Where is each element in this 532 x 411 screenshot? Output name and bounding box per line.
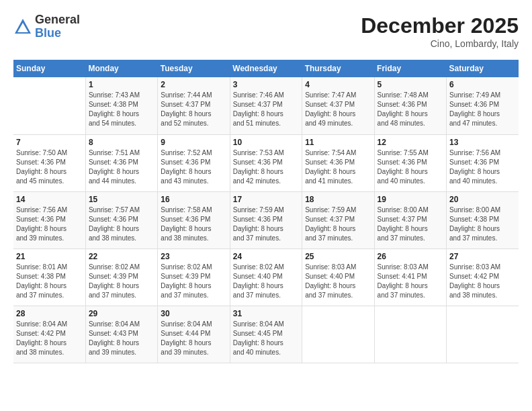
calendar-cell: 6Sunrise: 7:49 AM Sunset: 4:36 PM Daylig… (447, 77, 519, 134)
day-number: 13 (449, 138, 516, 147)
day-info: Sunrise: 7:51 AM Sunset: 4:36 PM Dayligh… (89, 148, 154, 186)
day-info: Sunrise: 7:56 AM Sunset: 4:36 PM Dayligh… (449, 148, 516, 186)
calendar-cell: 14Sunrise: 7:56 AM Sunset: 4:36 PM Dayli… (13, 191, 85, 248)
day-info: Sunrise: 8:02 AM Sunset: 4:39 PM Dayligh… (89, 263, 154, 300)
day-info: Sunrise: 8:03 AM Sunset: 4:41 PM Dayligh… (378, 263, 443, 300)
day-info: Sunrise: 8:02 AM Sunset: 4:39 PM Dayligh… (161, 263, 226, 300)
day-number: 5 (378, 80, 443, 89)
day-number: 12 (378, 138, 443, 147)
header-tuesday: Tuesday (158, 60, 230, 77)
day-number: 15 (89, 195, 154, 204)
day-number: 1 (89, 80, 154, 89)
header-friday: Friday (374, 60, 446, 77)
day-info: Sunrise: 7:59 AM Sunset: 4:37 PM Dayligh… (305, 205, 371, 243)
day-info: Sunrise: 8:04 AM Sunset: 4:45 PM Dayligh… (233, 320, 299, 357)
day-number: 21 (16, 252, 83, 261)
week-row-5: 28Sunrise: 8:04 AM Sunset: 4:42 PM Dayli… (13, 306, 519, 363)
day-info: Sunrise: 7:57 AM Sunset: 4:36 PM Dayligh… (89, 205, 154, 243)
day-number: 17 (233, 195, 299, 204)
day-number: 10 (233, 138, 299, 147)
day-number: 20 (449, 195, 516, 204)
calendar-cell: 17Sunrise: 7:59 AM Sunset: 4:36 PM Dayli… (230, 191, 302, 248)
day-info: Sunrise: 7:47 AM Sunset: 4:37 PM Dayligh… (305, 91, 371, 128)
calendar-cell: 15Sunrise: 7:57 AM Sunset: 4:36 PM Dayli… (85, 191, 157, 248)
calendar-cell (374, 306, 446, 363)
day-number: 30 (161, 309, 226, 318)
day-info: Sunrise: 7:46 AM Sunset: 4:37 PM Dayligh… (233, 91, 299, 128)
day-number: 6 (449, 80, 516, 89)
day-info: Sunrise: 7:49 AM Sunset: 4:36 PM Dayligh… (449, 91, 516, 128)
logo-general: General Blue (35, 13, 80, 40)
calendar-cell: 29Sunrise: 8:04 AM Sunset: 4:43 PM Dayli… (85, 306, 157, 363)
day-number: 22 (89, 252, 154, 261)
calendar-cell: 16Sunrise: 7:58 AM Sunset: 4:36 PM Dayli… (158, 191, 230, 248)
day-info: Sunrise: 7:50 AM Sunset: 4:36 PM Dayligh… (16, 148, 83, 186)
calendar-cell: 22Sunrise: 8:02 AM Sunset: 4:39 PM Dayli… (85, 248, 157, 306)
header-saturday: Saturday (447, 60, 519, 77)
calendar-cell: 18Sunrise: 7:59 AM Sunset: 4:37 PM Dayli… (302, 191, 374, 248)
day-info: Sunrise: 8:04 AM Sunset: 4:42 PM Dayligh… (16, 320, 83, 357)
calendar-cell: 8Sunrise: 7:51 AM Sunset: 4:36 PM Daylig… (85, 134, 157, 191)
day-info: Sunrise: 7:54 AM Sunset: 4:36 PM Dayligh… (305, 148, 371, 186)
calendar-cell: 21Sunrise: 8:01 AM Sunset: 4:38 PM Dayli… (13, 248, 85, 306)
day-info: Sunrise: 8:02 AM Sunset: 4:40 PM Dayligh… (233, 263, 299, 300)
header-sunday: Sunday (13, 60, 85, 77)
day-number: 18 (305, 195, 371, 204)
day-number: 16 (161, 195, 226, 204)
day-info: Sunrise: 7:59 AM Sunset: 4:36 PM Dayligh… (233, 205, 299, 243)
calendar-cell (447, 306, 519, 363)
day-number: 9 (161, 138, 226, 147)
day-number: 7 (16, 138, 83, 147)
calendar-cell: 27Sunrise: 8:03 AM Sunset: 4:42 PM Dayli… (447, 248, 519, 306)
calendar-cell: 23Sunrise: 8:02 AM Sunset: 4:39 PM Dayli… (158, 248, 230, 306)
calendar-cell: 28Sunrise: 8:04 AM Sunset: 4:42 PM Dayli… (13, 306, 85, 363)
day-info: Sunrise: 7:56 AM Sunset: 4:36 PM Dayligh… (16, 205, 83, 243)
week-row-1: 1Sunrise: 7:43 AM Sunset: 4:38 PM Daylig… (13, 77, 519, 134)
calendar-cell: 9Sunrise: 7:52 AM Sunset: 4:36 PM Daylig… (158, 134, 230, 191)
calendar-cell: 2Sunrise: 7:44 AM Sunset: 4:37 PM Daylig… (158, 77, 230, 134)
month-title: December 2025 (361, 13, 519, 38)
calendar-cell: 26Sunrise: 8:03 AM Sunset: 4:41 PM Dayli… (374, 248, 446, 306)
calendar-cell: 5Sunrise: 7:48 AM Sunset: 4:36 PM Daylig… (374, 77, 446, 134)
day-info: Sunrise: 7:55 AM Sunset: 4:36 PM Dayligh… (378, 148, 443, 186)
calendar-cell: 13Sunrise: 7:56 AM Sunset: 4:36 PM Dayli… (447, 134, 519, 191)
logo-icon (13, 17, 32, 36)
week-row-2: 7Sunrise: 7:50 AM Sunset: 4:36 PM Daylig… (13, 134, 519, 191)
day-info: Sunrise: 8:00 AM Sunset: 4:38 PM Dayligh… (449, 205, 516, 243)
calendar-cell: 25Sunrise: 8:03 AM Sunset: 4:40 PM Dayli… (302, 248, 374, 306)
location: Cino, Lombardy, Italy (361, 38, 519, 49)
calendar-header: Sunday Monday Tuesday Wednesday Thursday… (13, 60, 519, 77)
day-info: Sunrise: 8:01 AM Sunset: 4:38 PM Dayligh… (16, 263, 83, 300)
page-header: General Blue December 2025 Cino, Lombard… (13, 13, 519, 49)
calendar-cell: 12Sunrise: 7:55 AM Sunset: 4:36 PM Dayli… (374, 134, 446, 191)
calendar-cell: 20Sunrise: 8:00 AM Sunset: 4:38 PM Dayli… (447, 191, 519, 248)
day-number: 4 (305, 80, 371, 89)
day-number: 23 (161, 252, 226, 261)
day-number: 19 (378, 195, 443, 204)
day-info: Sunrise: 7:52 AM Sunset: 4:36 PM Dayligh… (161, 148, 226, 186)
day-info: Sunrise: 8:03 AM Sunset: 4:42 PM Dayligh… (449, 263, 516, 300)
title-area: December 2025 Cino, Lombardy, Italy (361, 13, 519, 49)
day-number: 25 (305, 252, 371, 261)
day-info: Sunrise: 7:53 AM Sunset: 4:36 PM Dayligh… (233, 148, 299, 186)
calendar-cell: 31Sunrise: 8:04 AM Sunset: 4:45 PM Dayli… (230, 306, 302, 363)
calendar-cell: 11Sunrise: 7:54 AM Sunset: 4:36 PM Dayli… (302, 134, 374, 191)
day-number: 2 (161, 80, 226, 89)
day-number: 8 (89, 138, 154, 147)
day-number: 28 (16, 309, 83, 318)
calendar-cell: 7Sunrise: 7:50 AM Sunset: 4:36 PM Daylig… (13, 134, 85, 191)
header-thursday: Thursday (302, 60, 374, 77)
day-number: 29 (89, 309, 154, 318)
day-info: Sunrise: 7:58 AM Sunset: 4:36 PM Dayligh… (161, 205, 226, 243)
day-number: 14 (16, 195, 83, 204)
calendar-body: 1Sunrise: 7:43 AM Sunset: 4:38 PM Daylig… (13, 77, 519, 363)
header-wednesday: Wednesday (230, 60, 302, 77)
calendar-cell (302, 306, 374, 363)
day-number: 31 (233, 309, 299, 318)
calendar-cell: 4Sunrise: 7:47 AM Sunset: 4:37 PM Daylig… (302, 77, 374, 134)
day-info: Sunrise: 7:43 AM Sunset: 4:38 PM Dayligh… (89, 91, 154, 128)
calendar-cell: 1Sunrise: 7:43 AM Sunset: 4:38 PM Daylig… (85, 77, 157, 134)
week-row-4: 21Sunrise: 8:01 AM Sunset: 4:38 PM Dayli… (13, 248, 519, 306)
header-monday: Monday (85, 60, 157, 77)
day-info: Sunrise: 7:44 AM Sunset: 4:37 PM Dayligh… (161, 91, 226, 128)
